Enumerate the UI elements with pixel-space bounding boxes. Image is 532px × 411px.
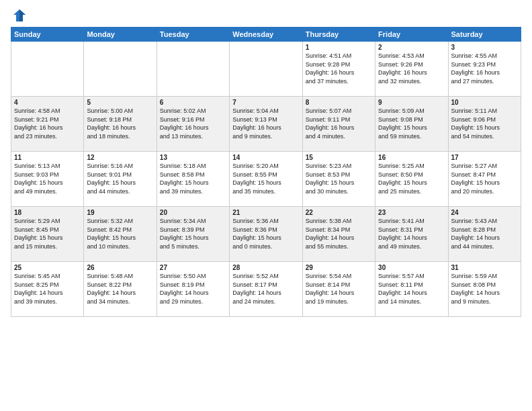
day-number: 18 [14,209,81,216]
calendar-week-row: 18Sunrise: 5:29 AM Sunset: 8:45 PM Dayli… [11,207,521,262]
day-info: Sunrise: 5:29 AM Sunset: 8:45 PM Dayligh… [14,217,81,250]
calendar-table: SundayMondayTuesdayWednesdayThursdayFrid… [11,27,521,317]
day-number: 22 [306,209,372,216]
calendar-cell: 6Sunrise: 5:02 AM Sunset: 9:16 PM Daylig… [157,97,229,152]
weekday-header-tuesday: Tuesday [157,28,229,42]
day-number: 16 [378,154,445,161]
day-number: 28 [232,264,299,271]
calendar-cell: 23Sunrise: 5:41 AM Sunset: 8:31 PM Dayli… [375,207,448,262]
calendar-cell: 14Sunrise: 5:20 AM Sunset: 8:55 PM Dayli… [230,152,302,207]
day-number: 20 [160,209,226,216]
day-number: 29 [306,264,372,271]
calendar-cell: 22Sunrise: 5:38 AM Sunset: 8:34 PM Dayli… [302,207,375,262]
day-number: 10 [451,99,518,106]
calendar-cell: 11Sunrise: 5:13 AM Sunset: 9:03 PM Dayli… [11,152,84,207]
calendar-cell: 19Sunrise: 5:32 AM Sunset: 8:42 PM Dayli… [84,207,157,262]
calendar-cell: 3Sunrise: 4:55 AM Sunset: 9:23 PM Daylig… [448,42,521,97]
calendar-cell: 15Sunrise: 5:23 AM Sunset: 8:53 PM Dayli… [302,152,375,207]
calendar-cell: 18Sunrise: 5:29 AM Sunset: 8:45 PM Dayli… [11,207,84,262]
day-number: 17 [451,154,518,161]
calendar-cell: 10Sunrise: 5:11 AM Sunset: 9:06 PM Dayli… [448,97,521,152]
day-info: Sunrise: 5:27 AM Sunset: 8:47 PM Dayligh… [451,162,518,195]
calendar-cell: 29Sunrise: 5:54 AM Sunset: 8:14 PM Dayli… [302,262,375,317]
day-number: 1 [306,44,372,51]
calendar-cell: 2Sunrise: 4:53 AM Sunset: 9:26 PM Daylig… [375,42,448,97]
weekday-header-monday: Monday [84,28,157,42]
calendar-week-row: 4Sunrise: 4:58 AM Sunset: 9:21 PM Daylig… [11,97,521,152]
day-info: Sunrise: 5:32 AM Sunset: 8:42 PM Dayligh… [87,217,153,250]
weekday-header-sunday: Sunday [11,28,84,42]
day-number: 14 [232,154,299,161]
day-info: Sunrise: 5:36 AM Sunset: 8:36 PM Dayligh… [232,217,299,250]
day-number: 5 [87,99,153,106]
day-number: 9 [378,99,445,106]
calendar-cell: 13Sunrise: 5:18 AM Sunset: 8:58 PM Dayli… [157,152,229,207]
day-number: 30 [378,264,445,271]
day-number: 3 [451,44,518,51]
day-info: Sunrise: 5:54 AM Sunset: 8:14 PM Dayligh… [306,272,372,306]
day-number: 11 [14,154,81,161]
svg-marker-1 [19,9,26,21]
calendar-week-row: 1Sunrise: 4:51 AM Sunset: 9:28 PM Daylig… [11,42,521,97]
day-info: Sunrise: 5:43 AM Sunset: 8:28 PM Dayligh… [451,217,518,250]
day-number: 7 [232,99,299,106]
day-info: Sunrise: 5:23 AM Sunset: 8:53 PM Dayligh… [306,162,372,195]
day-info: Sunrise: 5:07 AM Sunset: 9:11 PM Dayligh… [306,107,372,140]
day-number: 31 [451,264,518,271]
day-info: Sunrise: 5:59 AM Sunset: 8:08 PM Dayligh… [451,272,518,306]
calendar-week-row: 11Sunrise: 5:13 AM Sunset: 9:03 PM Dayli… [11,152,521,207]
day-info: Sunrise: 5:04 AM Sunset: 9:13 PM Dayligh… [232,107,299,140]
day-info: Sunrise: 5:11 AM Sunset: 9:06 PM Dayligh… [451,107,518,140]
day-info: Sunrise: 5:34 AM Sunset: 8:39 PM Dayligh… [160,217,226,250]
day-info: Sunrise: 5:45 AM Sunset: 8:25 PM Dayligh… [14,272,81,306]
calendar-cell: 5Sunrise: 5:00 AM Sunset: 9:18 PM Daylig… [84,97,157,152]
calendar-cell: 12Sunrise: 5:16 AM Sunset: 9:01 PM Dayli… [84,152,157,207]
day-info: Sunrise: 5:00 AM Sunset: 9:18 PM Dayligh… [87,107,153,140]
calendar-cell: 20Sunrise: 5:34 AM Sunset: 8:39 PM Dayli… [157,207,229,262]
day-info: Sunrise: 5:20 AM Sunset: 8:55 PM Dayligh… [232,162,299,195]
calendar-cell: 4Sunrise: 4:58 AM Sunset: 9:21 PM Daylig… [11,97,84,152]
header [11,8,521,23]
day-number: 8 [306,99,372,106]
day-info: Sunrise: 5:50 AM Sunset: 8:19 PM Dayligh… [160,272,226,306]
calendar-cell: 25Sunrise: 5:45 AM Sunset: 8:25 PM Dayli… [11,262,84,317]
day-info: Sunrise: 4:55 AM Sunset: 9:23 PM Dayligh… [451,52,518,85]
day-number: 12 [87,154,153,161]
day-info: Sunrise: 5:02 AM Sunset: 9:16 PM Dayligh… [160,107,226,140]
day-info: Sunrise: 5:16 AM Sunset: 9:01 PM Dayligh… [87,162,153,195]
day-info: Sunrise: 5:38 AM Sunset: 8:34 PM Dayligh… [306,217,372,250]
weekday-header-friday: Friday [375,28,448,42]
day-info: Sunrise: 4:53 AM Sunset: 9:26 PM Dayligh… [378,52,445,85]
calendar-cell: 7Sunrise: 5:04 AM Sunset: 9:13 PM Daylig… [230,97,302,152]
day-number: 6 [160,99,226,106]
calendar-cell: 16Sunrise: 5:25 AM Sunset: 8:50 PM Dayli… [375,152,448,207]
day-number: 25 [14,264,81,271]
calendar-cell: 27Sunrise: 5:50 AM Sunset: 8:19 PM Dayli… [157,262,229,317]
weekday-header-saturday: Saturday [448,28,521,42]
day-info: Sunrise: 4:51 AM Sunset: 9:28 PM Dayligh… [306,52,372,85]
day-info: Sunrise: 5:41 AM Sunset: 8:31 PM Dayligh… [378,217,445,250]
day-info: Sunrise: 5:09 AM Sunset: 9:08 PM Dayligh… [378,107,445,140]
calendar-cell: 31Sunrise: 5:59 AM Sunset: 8:08 PM Dayli… [448,262,521,317]
day-number: 24 [451,209,518,216]
day-number: 27 [160,264,226,271]
calendar-cell: 24Sunrise: 5:43 AM Sunset: 8:28 PM Dayli… [448,207,521,262]
day-info: Sunrise: 5:52 AM Sunset: 8:17 PM Dayligh… [232,272,299,306]
page: SundayMondayTuesdayWednesdayThursdayFrid… [0,0,532,411]
calendar-cell: 9Sunrise: 5:09 AM Sunset: 9:08 PM Daylig… [375,97,448,152]
day-info: Sunrise: 5:48 AM Sunset: 8:22 PM Dayligh… [87,272,153,306]
day-number: 4 [14,99,81,106]
calendar-cell: 1Sunrise: 4:51 AM Sunset: 9:28 PM Daylig… [302,42,375,97]
calendar-week-row: 25Sunrise: 5:45 AM Sunset: 8:25 PM Dayli… [11,262,521,317]
day-info: Sunrise: 5:57 AM Sunset: 8:11 PM Dayligh… [378,272,445,306]
calendar-cell [84,42,157,97]
day-number: 13 [160,154,226,161]
weekday-header-thursday: Thursday [302,28,375,42]
day-number: 21 [232,209,299,216]
day-number: 2 [378,44,445,51]
day-number: 26 [87,264,153,271]
day-number: 19 [87,209,153,216]
calendar-cell [157,42,229,97]
day-info: Sunrise: 4:58 AM Sunset: 9:21 PM Dayligh… [14,107,81,140]
day-info: Sunrise: 5:18 AM Sunset: 8:58 PM Dayligh… [160,162,226,195]
